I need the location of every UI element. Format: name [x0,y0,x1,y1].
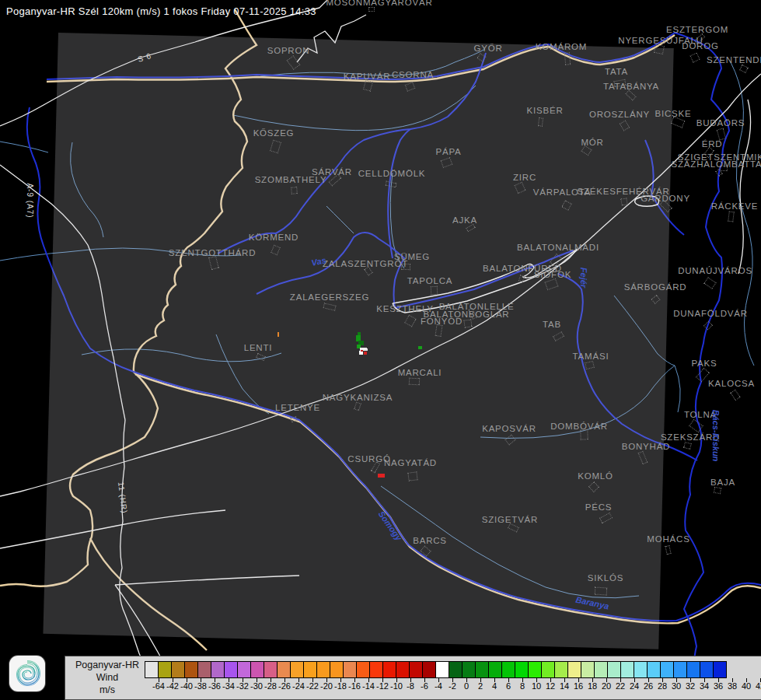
settlement-outline [431,286,438,295]
legend-text-block: Poganyvar-HR Wind m/s [70,659,145,696]
legend-quantity: Wind [70,671,145,684]
settlement-outline [703,320,713,330]
city-label: RÁCKEVE [711,201,759,211]
settlement-outline [595,586,608,595]
city-label: ESZTERGOM [666,25,728,34]
tick-label: -14 [362,681,375,691]
settlement-outline [508,523,519,533]
color-swatch [713,661,727,678]
settlement-outline [368,7,375,12]
tick-label: 30 [672,681,681,691]
settlement-outline [714,487,721,494]
tick-label: 6 [506,681,511,691]
color-swatch [647,661,661,678]
tick-label: 16 [574,681,583,691]
color-swatch [224,661,238,678]
city-label: TAMÁSI [573,352,609,361]
settlement-outline [620,198,627,205]
color-swatch [237,661,251,678]
city-label: CELLDÖMÖLK [358,169,426,178]
settlement-outline [386,181,397,188]
road-label: 11 (HR) [117,481,129,514]
city-label: PAKS [691,359,717,368]
settlement-outline [514,182,525,194]
legend-unit: m/s [70,684,145,696]
settlement-outline [651,295,660,304]
tick-label: 38 [728,681,737,691]
city-label: AJKA [452,215,477,225]
city-label: PÉCS [585,502,613,512]
tick-label: 34 [700,681,709,691]
color-swatch [356,661,370,678]
color-swatch [303,661,317,678]
tick-label: -28 [264,681,277,691]
city-label: KISBÉR [527,106,564,115]
city-label: BARCS [413,536,447,545]
spiral-icon [9,656,45,691]
map-title: Poganyvar-HR Szél 120km (m/s) 1 fokos Fr… [6,5,316,17]
settlement-outline [435,324,442,337]
settlement-outline [599,513,613,523]
settlement-outline [323,303,336,310]
city-label: ZIRC [513,173,536,182]
city-label: BALATONALMÁDI [517,243,599,252]
color-swatch [290,661,304,678]
color-swatch [171,661,185,678]
app-logo [9,656,45,691]
color-swatch [673,661,687,678]
tick-label: 32 [686,681,695,691]
tick-label: 26 [644,681,653,691]
city-label: TAB [543,320,561,329]
settlement-outline [625,90,636,101]
city-label: BUDAÖRS [696,118,745,128]
settlement-outline [683,442,692,450]
color-swatch [449,661,463,678]
color-swatch [382,661,396,678]
color-swatch [197,661,211,678]
color-swatch [250,661,264,678]
colorbar [145,661,726,678]
color-swatch [660,661,674,678]
county-label: Somogy [377,509,404,542]
settlement-outline [441,157,453,168]
city-label: KŐSZEG [253,128,295,138]
settlement-outline [287,55,301,70]
settlement-outline [545,278,559,290]
settlement-outline [580,429,588,439]
tick-label: -16 [348,681,361,691]
tick-label: -10 [390,681,403,691]
city-label: TATA [605,67,628,76]
city-label: DUNAÚJVÁROS [678,266,752,275]
city-label: ZALAEGERSZEG [290,292,369,302]
color-swatch [409,661,423,678]
color-swatch [264,661,278,678]
city-label: TATABÁNYA [603,82,659,91]
city-label: MARCALI [398,368,442,377]
settlement-outline [404,315,416,327]
color-swatch [145,661,159,678]
tick-label: 20 [602,681,611,691]
tick-label: 14 [560,681,569,691]
tick-label: -38 [194,681,207,691]
color-swatch [422,661,436,678]
tick-label: 4 [492,681,497,691]
city-label: LETENYE [275,403,320,412]
city-label: CSORNA [392,70,434,79]
city-label: KAPOSVÁR [482,424,536,433]
city-label: KÖRMEND [249,233,298,242]
tick-label: -20 [320,681,333,691]
settlement-outline [654,44,665,54]
color-swatch [330,661,344,678]
tick-label: 2 [478,681,483,691]
city-label: DOMBÓVÁR [550,422,608,431]
settlement-outline [466,224,476,233]
city-label: SIKLÓS [588,573,623,583]
city-label: SIÓFOK [534,270,571,279]
tick-label: -18 [334,681,347,691]
color-swatch [541,661,555,678]
county-label: Baranya [575,595,610,611]
tick-label: -2 [449,681,456,691]
color-swatch [475,661,489,678]
tick-label: -12 [376,681,389,691]
tick-label: -30 [250,681,263,691]
